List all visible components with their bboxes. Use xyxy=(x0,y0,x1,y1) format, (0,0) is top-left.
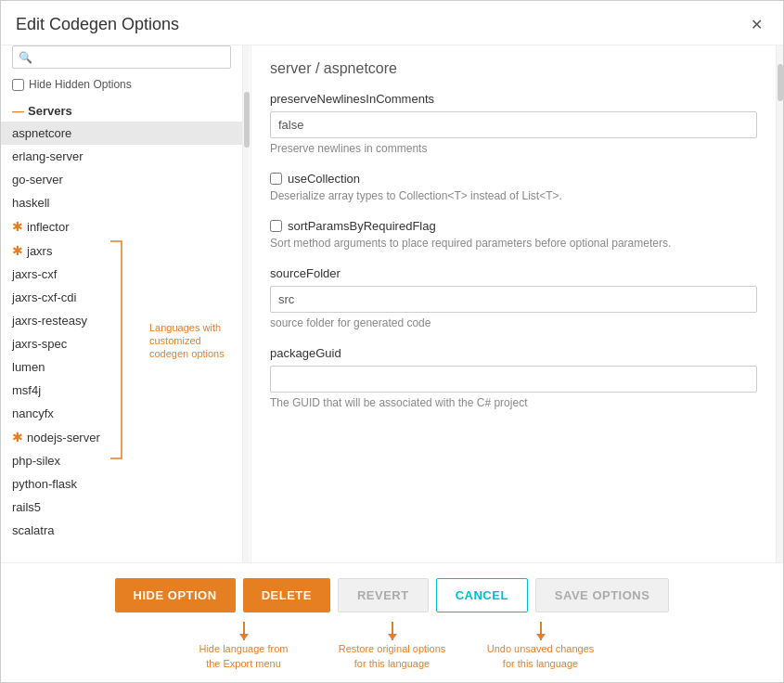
search-bar: 🔍 xyxy=(12,45,231,69)
option-checkbox[interactable] xyxy=(270,220,282,232)
option-description: The GUID that will be associated with th… xyxy=(270,396,757,409)
sidebar: 🔍 Hide Hidden Options — Servers aspnetco… xyxy=(1,45,251,562)
sidebar-item-label: jaxrs-resteasy xyxy=(12,314,87,328)
footer-annotations: Hide language from the Export menuRestor… xyxy=(19,622,765,682)
sidebar-item-label: go-server xyxy=(12,173,63,187)
sidebar-item-label: jaxrs xyxy=(27,244,52,258)
hide-option-button[interactable]: HIDE OPTION xyxy=(115,578,236,612)
sidebar-item[interactable]: nancyfx xyxy=(1,402,242,425)
dialog-title: Edit Codegen Options xyxy=(16,15,179,34)
sidebar-item-label: jaxrs-cxf xyxy=(12,267,57,281)
hide-hidden-row: Hide Hidden Options xyxy=(12,78,231,91)
option-input[interactable] xyxy=(270,286,757,313)
sidebar-item[interactable]: haskell xyxy=(1,191,242,214)
content-scrollbar[interactable] xyxy=(776,45,783,562)
sidebar-scroll-thumb[interactable] xyxy=(244,92,250,148)
footer-annotation: Undo unsaved changes for this language xyxy=(467,622,615,671)
sidebar-item[interactable]: php-silex xyxy=(1,449,242,472)
sidebar-item-label: msf4j xyxy=(12,383,41,397)
option-input[interactable] xyxy=(270,366,757,393)
search-icon: 🔍 xyxy=(19,51,32,64)
annotation-arrow xyxy=(540,622,542,640)
sidebar-list: aspnetcoreerlang-servergo-serverhaskell✱… xyxy=(1,122,242,542)
content-header: server / aspnetcore xyxy=(270,60,757,77)
sidebar-item[interactable]: jaxrs-spec xyxy=(1,332,242,355)
search-input[interactable] xyxy=(38,50,225,64)
sidebar-item[interactable]: ✱ inflector xyxy=(1,214,242,238)
option-input[interactable] xyxy=(270,111,757,138)
sidebar-scrollbar[interactable] xyxy=(242,45,250,562)
sidebar-item[interactable]: lumen xyxy=(1,355,242,379)
sidebar-item-label: jaxrs-cxf-cdi xyxy=(12,290,76,304)
checkbox-label: useCollection xyxy=(288,172,360,186)
sidebar-item[interactable]: ✱ jaxrs xyxy=(1,238,242,263)
sidebar-item[interactable]: jaxrs-cxf-cdi xyxy=(1,286,242,309)
option-checkbox[interactable] xyxy=(270,173,282,185)
option-name: packageGuid xyxy=(270,346,757,360)
sidebar-item-label: haskell xyxy=(12,196,49,210)
star-icon: ✱ xyxy=(12,219,23,234)
sidebar-item-label: erlang-server xyxy=(12,149,84,163)
footer-annotation: Restore original options for this langua… xyxy=(318,622,467,671)
option-name: preserveNewlinesInComments xyxy=(270,92,757,106)
sidebar-item[interactable]: msf4j xyxy=(1,379,242,402)
sidebar-inner: 🔍 Hide Hidden Options — Servers aspnetco… xyxy=(1,45,242,562)
sidebar-item-label: nancyfx xyxy=(12,406,54,420)
sidebar-item[interactable]: go-server xyxy=(1,168,242,191)
sidebar-item-label: aspnetcore xyxy=(12,126,71,140)
annotation-arrow xyxy=(243,622,245,640)
sidebar-item[interactable]: python-flask xyxy=(1,472,242,496)
option-description: source folder for generated code xyxy=(270,316,757,329)
sidebar-item-label: lumen xyxy=(12,360,45,374)
option-description: Deserialize array types to Collection<T>… xyxy=(270,189,757,202)
close-button[interactable]: ✕ xyxy=(745,14,768,35)
option-block: packageGuidThe GUID that will be associa… xyxy=(270,346,757,409)
sidebar-item-label: jaxrs-spec xyxy=(12,337,67,351)
option-description: Sort method arguments to place required … xyxy=(270,237,757,250)
edit-codegen-dialog: Edit Codegen Options ✕ 🔍 Hide Hidden Opt… xyxy=(0,0,784,683)
option-block: useCollectionDeserialize array types to … xyxy=(270,172,757,202)
option-name: sourceFolder xyxy=(270,266,757,280)
sidebar-item[interactable]: scalatra xyxy=(1,519,242,542)
save-options-button[interactable]: SAVE OPTIONS xyxy=(535,578,670,612)
sidebar-item-label: rails5 xyxy=(12,500,41,514)
sidebar-item[interactable]: jaxrs-cxf xyxy=(1,263,242,286)
star-icon: ✱ xyxy=(12,430,23,445)
sidebar-item-label: nodejs-server xyxy=(27,431,100,445)
option-block: sortParamsByRequiredFlagSort method argu… xyxy=(270,219,757,250)
sidebar-item-label: inflector xyxy=(27,220,70,234)
cancel-button[interactable]: CANCEL xyxy=(436,578,528,612)
sidebar-item[interactable]: ✱ nodejs-server xyxy=(1,425,242,449)
sidebar-item[interactable]: erlang-server xyxy=(1,145,242,168)
dialog-body: 🔍 Hide Hidden Options — Servers aspnetco… xyxy=(1,45,783,562)
option-block: sourceFoldersource folder for generated … xyxy=(270,266,757,329)
dialog-footer: HIDE OPTION DELETE REVERT CANCEL SAVE OP… xyxy=(1,562,783,682)
options-area: preserveNewlinesInCommentsPreserve newli… xyxy=(270,92,757,426)
sidebar-item-label: scalatra xyxy=(12,523,55,537)
hide-hidden-checkbox[interactable] xyxy=(12,79,24,91)
annotation-text: Hide language from the Export menu xyxy=(199,642,288,671)
hide-hidden-label: Hide Hidden Options xyxy=(29,78,132,91)
dialog-header: Edit Codegen Options ✕ xyxy=(1,1,783,45)
checkbox-row: useCollection xyxy=(270,172,757,186)
content-inner: server / aspnetcore preserveNewlinesInCo… xyxy=(251,45,776,562)
sidebar-item-label: php-silex xyxy=(12,454,60,468)
checkbox-label: sortParamsByRequiredFlag xyxy=(288,219,436,233)
option-description: Preserve newlines in comments xyxy=(270,142,757,155)
sidebar-item[interactable]: jaxrs-resteasy xyxy=(1,309,242,332)
section-collapse-icon[interactable]: — xyxy=(12,104,24,118)
revert-button[interactable]: REVERT xyxy=(338,578,429,612)
annotation-arrow xyxy=(392,622,393,640)
footer-annotation: Hide language from the Export menu xyxy=(170,622,318,671)
option-block: preserveNewlinesInCommentsPreserve newli… xyxy=(270,92,757,155)
sidebar-item[interactable]: aspnetcore xyxy=(1,122,242,145)
content-scroll-thumb[interactable] xyxy=(778,64,783,101)
delete-button[interactable]: DELETE xyxy=(243,578,330,612)
annotation-text: Undo unsaved changes for this language xyxy=(487,642,595,671)
section-label: Servers xyxy=(28,104,72,118)
footer-buttons: HIDE OPTION DELETE REVERT CANCEL SAVE OP… xyxy=(19,578,765,612)
section-header: — Servers xyxy=(1,100,242,122)
content-area: server / aspnetcore preserveNewlinesInCo… xyxy=(251,45,783,562)
sidebar-item-label: python-flask xyxy=(12,477,77,491)
sidebar-item[interactable]: rails5 xyxy=(1,496,242,519)
